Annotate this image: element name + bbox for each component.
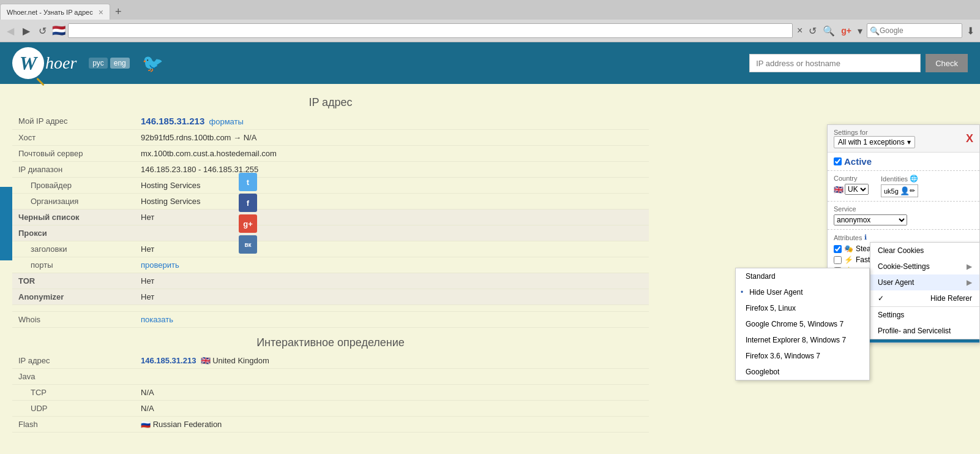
hide-referer-label: Hide Referer <box>930 294 972 303</box>
search-input[interactable] <box>880 26 959 35</box>
twitter-social-btn[interactable]: t <box>239 173 257 191</box>
ip2-address: 146.185.31.213 <box>141 356 196 365</box>
java-label: Java <box>12 369 135 385</box>
browser-chrome: Whoer.net - Узнать IP адрес × + ◀ ▶ ↺ 🇳🇱… <box>0 0 980 42</box>
table-row: Anonymizer Нет <box>12 289 649 305</box>
attr-info-icon: ℹ <box>864 233 867 241</box>
fast-checkbox[interactable] <box>834 256 842 264</box>
russia-flag-icon: 🇷🇺 <box>141 420 151 429</box>
search-box: 🔍 <box>867 23 962 38</box>
twitter-bird-icon[interactable]: 🐦 <box>142 53 163 74</box>
identity-field[interactable]: uk5g 👤 ✏ <box>881 184 918 197</box>
udp-label: UDP <box>12 401 135 417</box>
profile-servicelist-item[interactable]: Profile- and Servicelist <box>870 323 979 339</box>
tab-close-btn[interactable]: × <box>99 7 103 17</box>
vk-social-btn[interactable]: вк <box>239 235 257 254</box>
uk-flag-small: 🇬🇧 <box>834 185 843 194</box>
search-toolbar-icon[interactable]: 🔍 <box>821 24 837 38</box>
country-label: Country <box>834 175 869 182</box>
headers-value: Нет <box>135 241 649 257</box>
profile-servicelist-label: Profile- and Servicelist <box>878 327 951 335</box>
logo-hoer: hoer <box>45 53 77 73</box>
settings-item[interactable]: Settings <box>870 307 979 323</box>
ua-chrome5-label: Google Chrome 5, Windows 7 <box>746 320 843 328</box>
ua-googlebot-item[interactable]: Googlebot <box>736 364 869 380</box>
ports-link[interactable]: проверить <box>141 260 179 270</box>
site-logo: W hoer <box>12 47 77 79</box>
settings-dropdown[interactable]: All with 1 exceptions ▾ <box>834 136 915 148</box>
table-row: заголовки Нет <box>12 241 649 257</box>
edit-icon[interactable]: ✏ <box>910 187 915 195</box>
ua-chrome5-item[interactable]: Google Chrome 5, Windows 7 <box>736 316 869 332</box>
user-agent-submenu: Standard • Hide User Agent Firefox 5, Li… <box>735 268 870 380</box>
check-button[interactable]: Check <box>926 54 968 72</box>
flag-icon: 🇳🇱 <box>52 24 65 37</box>
download-icon[interactable]: ⬇ <box>965 24 976 38</box>
stealth-icon: 🎭 <box>844 244 853 253</box>
formats-link[interactable]: форматы <box>209 117 244 126</box>
service-select[interactable]: anonymox <box>834 214 907 225</box>
ua-bullet-icon: • <box>741 288 743 297</box>
table-row: Черный список Нет <box>12 210 649 225</box>
reload-button[interactable]: ↺ <box>36 24 50 38</box>
forward-button[interactable]: ▶ <box>20 24 33 38</box>
hide-referer-item[interactable]: ✓ Hide Referer <box>870 290 979 306</box>
service-label: Service <box>834 205 973 213</box>
anonymizer-value: Нет <box>135 289 649 305</box>
identity-value: uk5g <box>884 187 899 195</box>
ip2-country: United Kingdom <box>212 356 269 365</box>
host-label: Хост <box>12 130 135 146</box>
browser-tab-active[interactable]: Whoer.net - Узнать IP адрес × <box>0 4 110 20</box>
reload-toolbar-icon[interactable]: ↺ <box>807 24 818 38</box>
ua-hide-item[interactable]: • Hide User Agent <box>736 284 869 300</box>
anon-panel-header: Settings for All with 1 exceptions ▾ X <box>828 125 979 153</box>
new-tab-btn[interactable]: + <box>110 4 127 20</box>
uk-flag-icon: 🇬🇧 <box>201 356 211 365</box>
lang-ru-btn[interactable]: рус <box>89 58 107 69</box>
my-ip-value: 146.185.31.213 форматы <box>135 113 649 130</box>
mail-server-label: Почтовый сервер <box>12 146 135 162</box>
flash-value: 🇷🇺 Russian Federation <box>135 417 649 433</box>
settings-label: Settings <box>878 311 904 319</box>
whois-link[interactable]: показать <box>141 315 173 324</box>
cookie-settings-arrow-icon: ▶ <box>967 262 972 271</box>
page-body: t f g+ вк IP адрес Мой IP адрес 146.185.… <box>0 84 980 439</box>
address-bar: ◀ ▶ ↺ 🇳🇱 whoer.net/extended × ↺ 🔍 g+ ▾ 🔍… <box>0 20 980 42</box>
cookie-settings-item[interactable]: Cookie-Settings ▶ <box>870 259 979 274</box>
anon-close-btn[interactable]: X <box>966 132 973 145</box>
lang-eng-btn[interactable]: eng <box>110 58 130 69</box>
user-agent-item[interactable]: User Agent ▶ <box>870 274 979 290</box>
social-sidebar: t f g+ вк <box>239 173 257 254</box>
lightning-icon: ⚡ <box>844 255 853 264</box>
table-row: порты проверить <box>12 257 649 273</box>
hide-referer-checkmark-icon: ✓ <box>878 294 884 303</box>
ua-ie8-label: Internet Explorer 8, Windows 7 <box>746 336 846 344</box>
anon-service-section: Service anonymox <box>828 202 979 230</box>
facebook-social-btn[interactable]: f <box>239 194 257 212</box>
address-input[interactable]: whoer.net/extended <box>68 23 793 38</box>
stealth-checkbox[interactable] <box>834 245 842 253</box>
org-label: Организация <box>12 194 135 210</box>
table-row: Провайдер Hosting Services <box>12 178 649 194</box>
google-plus-icon[interactable]: g+ <box>839 25 853 37</box>
close-toolbar-icon[interactable]: × <box>795 24 804 37</box>
table-row: IP адрес 146.185.31.213 🇬🇧 United Kingdo… <box>12 353 649 369</box>
cookie-settings-label: Cookie-Settings <box>878 262 930 271</box>
ua-firefox36-item[interactable]: Firefox 3.6, Windows 7 <box>736 348 869 364</box>
ua-ie8-item[interactable]: Internet Explorer 8, Windows 7 <box>736 332 869 348</box>
google-account-icon[interactable]: ▾ <box>856 24 864 38</box>
tor-value: Нет <box>135 273 649 289</box>
attributes-label: Attributes ℹ <box>834 233 973 241</box>
tab-title: Whoer.net - Узнать IP адрес <box>7 9 95 16</box>
left-accent-bar <box>0 187 12 260</box>
back-button[interactable]: ◀ <box>4 24 17 38</box>
ip-section-title: IP адрес <box>12 96 649 109</box>
country-select[interactable]: UK US DE <box>845 184 869 195</box>
site-search-input[interactable] <box>749 54 921 72</box>
ua-firefox5-item[interactable]: Firefox 5, Linux <box>736 300 869 316</box>
ua-standard-item[interactable]: Standard <box>736 268 869 284</box>
flash-label: Flash <box>12 417 135 433</box>
active-checkbox[interactable] <box>834 157 842 165</box>
googleplus-social-btn[interactable]: g+ <box>239 214 257 233</box>
clear-cookies-item[interactable]: Clear Cookies <box>870 243 979 259</box>
